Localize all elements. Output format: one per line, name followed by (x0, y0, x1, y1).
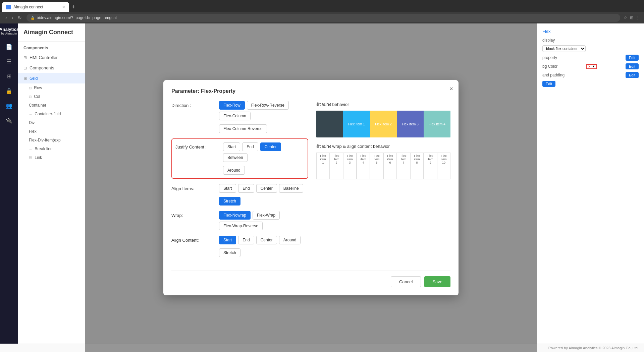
flex-link[interactable]: Flex (542, 29, 639, 34)
footer-text: Powered by Aimagin Analytics © 2023 Aima… (548, 346, 639, 350)
display-select[interactable]: block flex container (542, 45, 586, 52)
wrap-cell-2: Flexitem2 (330, 153, 343, 179)
sidebar-sub-container-fluid[interactable]: ↔ Container-fluid (18, 110, 85, 118)
wrap-row: Wrap: Flex-Nowrap Flex-Wrap Flex-Wrap-Re… (171, 211, 308, 230)
wrap-cell-5: Flexitem5 (370, 153, 383, 179)
align-items-stretch[interactable]: Stretch (219, 197, 240, 206)
property-label: property (542, 55, 557, 60)
wrap-nowrap[interactable]: Flex-Nowrap (219, 211, 251, 220)
sidebar-sub-flex[interactable]: Flex (18, 127, 85, 136)
back-button[interactable]: ‹ (4, 14, 8, 21)
preview-behavior-title: ตัวอย่าง behavior (316, 101, 450, 108)
extra-edit-row: Edit (542, 81, 639, 87)
direction-flex-column[interactable]: Flex-Column (219, 112, 251, 120)
preview-wrap-section: ตัวอย่าง wrap & align content behavior F… (316, 143, 450, 179)
tab-close[interactable]: ✕ (62, 5, 65, 9)
align-content-end[interactable]: End (238, 236, 254, 244)
browser-tab[interactable]: Aimagin connect ✕ (2, 2, 69, 12)
align-content-row: Align Content: Start End Center Around S… (171, 236, 308, 257)
direction-flex-column-reverse[interactable]: Flex-Column-Reverse (219, 124, 267, 133)
extensions-icon[interactable]: ⊞ (630, 15, 633, 20)
direction-flex-row[interactable]: Flex-Row (219, 101, 245, 110)
align-items-start[interactable]: Start (219, 184, 236, 193)
preview-item-3: Flex Item 2 (370, 111, 397, 137)
save-button[interactable]: Save (424, 276, 450, 287)
wrap-flex-wrap[interactable]: Flex-Wrap (253, 211, 280, 220)
bg-color-edit-button[interactable]: Edit (626, 63, 639, 69)
sidebar-sub-flex-div[interactable]: Flex-Div-Item(exp (18, 136, 85, 144)
sidebar-item-components[interactable]: ⊡ Components (18, 63, 85, 73)
direction-row: Direction : Flex-Row Flex-Row-Reverse Fl… (171, 101, 308, 133)
x-mark-icon: ✕ (588, 65, 591, 68)
sidebar-icon-users[interactable]: 👥 (2, 99, 16, 112)
sidebar-section-title: Components (18, 42, 85, 52)
url-text: bidev.aimagin.com/?_pageId=_page_amgcnt (37, 15, 117, 20)
wrap-controls: Flex-Nowrap Flex-Wrap Flex-Wrap-Reverse (219, 211, 308, 230)
sidebar-sub-col[interactable]: ⊡ Col (18, 92, 85, 101)
modal-right: ตัวอย่าง behavior Flex Item 1 Flex Item … (316, 101, 450, 262)
justify-center[interactable]: Center (260, 142, 281, 151)
align-items-label: Align Items: (171, 184, 215, 191)
justify-start[interactable]: Start (223, 142, 240, 151)
preview-item-2: Flex Item 1 (343, 111, 370, 137)
sidebar-item-grid[interactable]: ⊞ Grid (18, 73, 85, 83)
direction-flex-row-reverse[interactable]: Flex-Row-Reverse (247, 101, 289, 110)
sidebar-sub-div[interactable]: Div (18, 118, 85, 127)
modal-left: Direction : Flex-Row Flex-Row-Reverse Fl… (171, 101, 308, 262)
sidebar-item-hmi[interactable]: ⊞ HMI Controller (18, 52, 85, 63)
bookmark-icon[interactable]: ☆ (624, 15, 627, 20)
sidebar-icon-grid[interactable]: ⊞ (2, 69, 16, 83)
sidebar-icon-page[interactable]: 📄 (2, 40, 16, 53)
justify-around[interactable]: Around (223, 166, 245, 175)
justify-end[interactable]: End (242, 142, 258, 151)
bg-color-label: bg Color (542, 64, 557, 69)
wrap-cell-4: Flexitem4 (357, 153, 370, 179)
lock-icon: 🔒 (31, 16, 35, 20)
wrap-flex-wrap-reverse[interactable]: Flex-Wrap-Reverse (219, 222, 263, 230)
sidebar-icon-lock[interactable]: 🔒 (2, 84, 16, 98)
extra-edit-button[interactable]: Edit (542, 81, 555, 87)
wrap-cell-6: Flexitem6 (383, 153, 397, 179)
sidebar-sub-break-line[interactable]: ↔ Break line (18, 144, 85, 153)
modal-footer: Cancel Save (171, 271, 450, 287)
sidebar-label-grid: Grid (30, 76, 38, 81)
preview-wrap-grid: Flexitem1 Flexitem2 Flexitem3 Flexitem4 … (316, 153, 450, 179)
bg-color-row: bg Color ✕ ▼ Edit (542, 63, 639, 69)
justify-between[interactable]: Between (223, 153, 248, 162)
main-content: Parameter: Flex-Property × Direction : F… (85, 23, 537, 352)
url-bar[interactable]: 🔒 bidev.aimagin.com/?_pageId=_page_amgcn… (26, 14, 620, 22)
property-edit-button[interactable]: Edit (626, 55, 639, 61)
app-logo: Analytics by Aimagin (0, 27, 19, 35)
main-sidebar: Aimagin Connect Components ⊞ HMI Control… (18, 23, 85, 352)
property-row: property Edit (542, 55, 639, 61)
forward-button[interactable]: › (10, 14, 15, 21)
sidebar-sub-row[interactable]: ⊡ Row (18, 83, 85, 92)
modal-close-button[interactable]: × (449, 85, 453, 93)
sidebar-icon-list[interactable]: ☰ (2, 55, 16, 68)
align-content-start[interactable]: Start (219, 236, 236, 244)
justify-content-controls: Start End Center Between Around (223, 142, 304, 175)
reload-button[interactable]: ↻ (16, 14, 23, 21)
align-content-around[interactable]: Around (279, 236, 301, 244)
border-padding-label: and padding (542, 73, 565, 77)
align-items-end[interactable]: End (238, 184, 254, 193)
hmi-icon: ⊞ (23, 55, 27, 60)
border-edit-button[interactable]: Edit (626, 72, 639, 78)
preview-flex-container: Flex Item 1 Flex Item 2 Flex Item 3 Flex… (316, 111, 450, 137)
sidebar-icon-plugin[interactable]: 🔌 (2, 114, 16, 127)
sidebar-sub-container[interactable]: Container (18, 101, 85, 110)
new-tab-button[interactable]: + (69, 2, 78, 12)
align-content-stretch[interactable]: Stretch (219, 248, 240, 257)
menu-icon[interactable]: ⋮ (636, 15, 640, 20)
wrap-cell-3: Flexitem3 (343, 153, 357, 179)
cancel-button[interactable]: Cancel (391, 276, 421, 287)
color-picker[interactable]: ✕ ▼ (586, 64, 597, 69)
wrap-cell-1: Flexitem1 (316, 153, 330, 179)
modal-overlay: Parameter: Flex-Property × Direction : F… (85, 23, 537, 352)
align-items-center[interactable]: Center (256, 184, 277, 193)
components-icon: ⊡ (23, 66, 27, 70)
align-items-baseline[interactable]: Baseline (279, 184, 303, 193)
align-content-center[interactable]: Center (256, 236, 277, 244)
sidebar-sub-link[interactable]: ⛓ Link (18, 153, 85, 162)
wrap-label: Wrap: (171, 211, 215, 218)
